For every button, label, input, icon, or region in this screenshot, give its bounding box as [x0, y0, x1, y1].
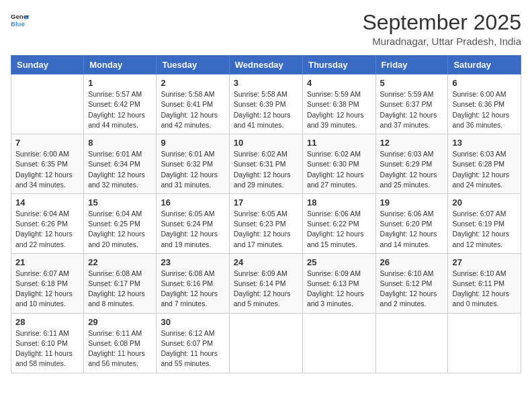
calendar-cell: 3Sunrise: 5:58 AM Sunset: 6:39 PM Daylig…: [229, 75, 302, 134]
day-number: 6: [452, 78, 517, 88]
day-number: 5: [380, 78, 444, 88]
day-number: 17: [234, 197, 298, 208]
day-number: 9: [161, 138, 224, 148]
week-row-2: 7Sunrise: 6:00 AM Sunset: 6:35 PM Daylig…: [11, 134, 521, 194]
day-info: Sunrise: 6:07 AM Sunset: 6:19 PM Dayligh…: [452, 209, 517, 250]
logo: General Blue: [11, 11, 30, 30]
calendar-cell: 15Sunrise: 6:04 AM Sunset: 6:25 PM Dayli…: [84, 193, 157, 253]
day-number: 12: [380, 138, 444, 148]
day-number: 22: [88, 257, 152, 267]
calendar-cell: 25Sunrise: 6:09 AM Sunset: 6:13 PM Dayli…: [302, 253, 375, 313]
day-info: Sunrise: 5:58 AM Sunset: 6:39 PM Dayligh…: [234, 89, 298, 130]
day-number: 30: [161, 317, 224, 327]
location-subtitle: Muradnagar, Uttar Pradesh, India: [362, 36, 521, 47]
calendar-cell: [11, 75, 84, 134]
calendar-cell: 20Sunrise: 6:07 AM Sunset: 6:19 PM Dayli…: [448, 193, 521, 253]
day-number: 4: [307, 78, 371, 88]
day-number: 24: [234, 257, 298, 267]
day-info: Sunrise: 6:05 AM Sunset: 6:24 PM Dayligh…: [161, 209, 224, 250]
weekday-header-tuesday: Tuesday: [157, 56, 229, 75]
day-info: Sunrise: 6:11 AM Sunset: 6:08 PM Dayligh…: [88, 328, 152, 369]
day-number: 27: [452, 257, 517, 267]
day-info: Sunrise: 6:05 AM Sunset: 6:23 PM Dayligh…: [234, 209, 298, 250]
calendar-cell: 17Sunrise: 6:05 AM Sunset: 6:23 PM Dayli…: [229, 193, 302, 253]
svg-text:Blue: Blue: [11, 20, 25, 28]
day-info: Sunrise: 5:58 AM Sunset: 6:41 PM Dayligh…: [161, 89, 224, 130]
day-number: 19: [380, 197, 444, 208]
day-number: 3: [234, 78, 298, 88]
day-info: Sunrise: 6:06 AM Sunset: 6:20 PM Dayligh…: [380, 209, 444, 250]
day-info: Sunrise: 6:00 AM Sunset: 6:36 PM Dayligh…: [452, 89, 517, 130]
day-number: 15: [88, 197, 152, 208]
calendar-cell: 9Sunrise: 6:01 AM Sunset: 6:32 PM Daylig…: [157, 134, 229, 194]
day-info: Sunrise: 6:02 AM Sunset: 6:30 PM Dayligh…: [307, 149, 371, 190]
page-header: General Blue September 2025 Muradnagar, …: [11, 11, 521, 47]
day-info: Sunrise: 6:01 AM Sunset: 6:34 PM Dayligh…: [88, 149, 152, 190]
calendar-cell: 13Sunrise: 6:03 AM Sunset: 6:28 PM Dayli…: [448, 134, 521, 194]
day-info: Sunrise: 6:10 AM Sunset: 6:12 PM Dayligh…: [380, 269, 444, 310]
day-info: Sunrise: 6:03 AM Sunset: 6:28 PM Dayligh…: [452, 149, 517, 190]
weekday-header-row: SundayMondayTuesdayWednesdayThursdayFrid…: [11, 56, 521, 75]
calendar-cell: 18Sunrise: 6:06 AM Sunset: 6:22 PM Dayli…: [302, 193, 375, 253]
calendar-cell: 19Sunrise: 6:06 AM Sunset: 6:20 PM Dayli…: [375, 193, 448, 253]
calendar-cell: 21Sunrise: 6:07 AM Sunset: 6:18 PM Dayli…: [11, 253, 84, 313]
weekday-header-monday: Monday: [84, 56, 157, 75]
day-info: Sunrise: 6:07 AM Sunset: 6:18 PM Dayligh…: [15, 269, 79, 310]
calendar-cell: 11Sunrise: 6:02 AM Sunset: 6:30 PM Dayli…: [302, 134, 375, 194]
calendar-cell: 1Sunrise: 5:57 AM Sunset: 6:42 PM Daylig…: [84, 75, 157, 134]
day-number: 2: [161, 78, 224, 88]
day-number: 10: [234, 138, 298, 148]
week-row-1: 1Sunrise: 5:57 AM Sunset: 6:42 PM Daylig…: [11, 75, 521, 134]
day-number: 7: [15, 138, 79, 148]
calendar-cell: 2Sunrise: 5:58 AM Sunset: 6:41 PM Daylig…: [157, 75, 229, 134]
calendar-cell: [448, 313, 521, 373]
weekday-header-thursday: Thursday: [302, 56, 375, 75]
day-info: Sunrise: 6:08 AM Sunset: 6:16 PM Dayligh…: [161, 269, 224, 310]
calendar-cell: 12Sunrise: 6:03 AM Sunset: 6:29 PM Dayli…: [375, 134, 448, 194]
day-info: Sunrise: 6:08 AM Sunset: 6:17 PM Dayligh…: [88, 269, 152, 310]
day-number: 23: [161, 257, 224, 267]
day-number: 1: [88, 78, 152, 88]
day-info: Sunrise: 6:09 AM Sunset: 6:14 PM Dayligh…: [234, 269, 298, 310]
day-number: 14: [15, 197, 79, 208]
day-number: 26: [380, 257, 444, 267]
day-info: Sunrise: 6:03 AM Sunset: 6:29 PM Dayligh…: [380, 149, 444, 190]
calendar-cell: 27Sunrise: 6:10 AM Sunset: 6:11 PM Dayli…: [448, 253, 521, 313]
day-info: Sunrise: 6:10 AM Sunset: 6:11 PM Dayligh…: [452, 269, 517, 310]
day-info: Sunrise: 6:01 AM Sunset: 6:32 PM Dayligh…: [161, 149, 224, 190]
calendar-cell: 6Sunrise: 6:00 AM Sunset: 6:36 PM Daylig…: [448, 75, 521, 134]
day-number: 25: [307, 257, 371, 267]
calendar-cell: 7Sunrise: 6:00 AM Sunset: 6:35 PM Daylig…: [11, 134, 84, 194]
week-row-5: 28Sunrise: 6:11 AM Sunset: 6:10 PM Dayli…: [11, 313, 521, 373]
calendar-table: SundayMondayTuesdayWednesdayThursdayFrid…: [11, 55, 521, 373]
week-row-4: 21Sunrise: 6:07 AM Sunset: 6:18 PM Dayli…: [11, 253, 521, 313]
day-number: 29: [88, 317, 152, 327]
weekday-header-saturday: Saturday: [448, 56, 521, 75]
logo-icon: General Blue: [11, 11, 30, 30]
day-info: Sunrise: 6:06 AM Sunset: 6:22 PM Dayligh…: [307, 209, 371, 250]
day-number: 11: [307, 138, 371, 148]
calendar-cell: 24Sunrise: 6:09 AM Sunset: 6:14 PM Dayli…: [229, 253, 302, 313]
day-number: 13: [452, 138, 517, 148]
month-year-title: September 2025: [362, 11, 521, 34]
calendar-cell: 26Sunrise: 6:10 AM Sunset: 6:12 PM Dayli…: [375, 253, 448, 313]
title-section: September 2025 Muradnagar, Uttar Pradesh…: [362, 11, 521, 47]
calendar-cell: 29Sunrise: 6:11 AM Sunset: 6:08 PM Dayli…: [84, 313, 157, 373]
weekday-header-friday: Friday: [375, 56, 448, 75]
calendar-cell: 30Sunrise: 6:12 AM Sunset: 6:07 PM Dayli…: [157, 313, 229, 373]
day-number: 16: [161, 197, 224, 208]
day-number: 8: [88, 138, 152, 148]
weekday-header-wednesday: Wednesday: [229, 56, 302, 75]
day-info: Sunrise: 5:57 AM Sunset: 6:42 PM Dayligh…: [88, 89, 152, 130]
day-info: Sunrise: 6:12 AM Sunset: 6:07 PM Dayligh…: [161, 328, 224, 369]
day-info: Sunrise: 6:11 AM Sunset: 6:10 PM Dayligh…: [15, 328, 79, 369]
day-number: 18: [307, 197, 371, 208]
day-number: 21: [15, 257, 79, 267]
calendar-cell: 8Sunrise: 6:01 AM Sunset: 6:34 PM Daylig…: [84, 134, 157, 194]
calendar-cell: 14Sunrise: 6:04 AM Sunset: 6:26 PM Dayli…: [11, 193, 84, 253]
day-number: 28: [15, 317, 79, 327]
day-info: Sunrise: 5:59 AM Sunset: 6:38 PM Dayligh…: [307, 89, 371, 130]
day-info: Sunrise: 5:59 AM Sunset: 6:37 PM Dayligh…: [380, 89, 444, 130]
calendar-cell: [375, 313, 448, 373]
day-info: Sunrise: 6:02 AM Sunset: 6:31 PM Dayligh…: [234, 149, 298, 190]
